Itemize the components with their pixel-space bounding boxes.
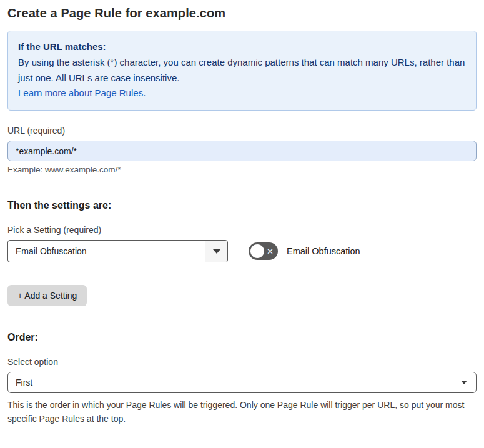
setting-row: Email Obfuscation ✕ Email Obfuscation <box>7 240 477 262</box>
pick-setting-label: Pick a Setting (required) <box>7 225 477 235</box>
info-box-body: By using the asterisk (*) character, you… <box>18 55 466 86</box>
email-obfuscation-toggle-group: ✕ Email Obfuscation <box>249 242 360 260</box>
url-example-help: Example: www.example.com/* <box>7 165 477 174</box>
setting-dropdown-arrow-box[interactable] <box>205 241 227 262</box>
divider <box>7 187 477 187</box>
order-select[interactable]: First <box>7 372 477 393</box>
chevron-down-icon <box>461 381 467 384</box>
add-setting-button[interactable]: + Add a Setting <box>7 285 87 306</box>
order-select-value: First <box>16 377 32 387</box>
select-option-label: Select option <box>7 357 477 367</box>
divider <box>7 439 477 439</box>
url-input[interactable] <box>7 141 477 161</box>
toggle-knob <box>250 244 264 258</box>
link-suffix: . <box>143 87 146 98</box>
order-section-heading: Order: <box>7 332 477 343</box>
info-box-link-row: Learn more about Page Rules. <box>18 86 466 101</box>
url-matches-info-box: If the URL matches: By using the asteris… <box>7 31 477 111</box>
toggle-label: Email Obfuscation <box>287 246 360 256</box>
setting-dropdown-value: Email Obfuscation <box>8 241 205 262</box>
toggle-off-x-icon: ✕ <box>267 247 274 256</box>
chevron-down-icon <box>213 249 220 254</box>
email-obfuscation-toggle[interactable]: ✕ <box>249 242 278 260</box>
info-box-heading: If the URL matches: <box>18 39 466 55</box>
setting-dropdown[interactable]: Email Obfuscation <box>7 240 228 262</box>
settings-section-heading: Then the settings are: <box>7 200 477 211</box>
order-description: This is the order in which your Page Rul… <box>7 398 477 426</box>
url-field-label: URL (required) <box>7 126 477 136</box>
page-title: Create a Page Rule for example.com <box>7 6 477 21</box>
divider <box>7 319 477 319</box>
learn-more-link[interactable]: Learn more about Page Rules <box>18 87 143 98</box>
page-rule-form: Create a Page Rule for example.com If th… <box>0 0 484 448</box>
